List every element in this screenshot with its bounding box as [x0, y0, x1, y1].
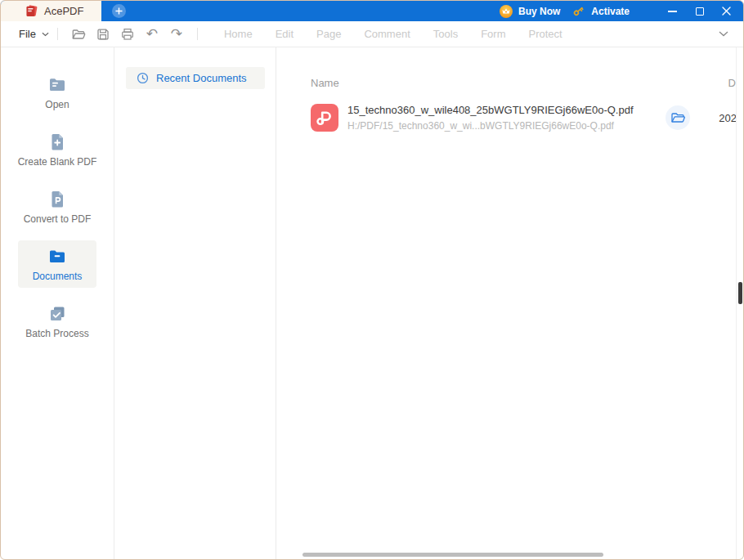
minimize-icon [668, 11, 677, 12]
sidebar-item-documents[interactable]: Documents [18, 240, 96, 288]
sidebar-item-label: Open [45, 99, 69, 110]
column-header-name[interactable]: Name [311, 77, 339, 89]
file-path: H:/PDF/15_techno360_w_wi...bWGTLY9RIEGj6… [347, 120, 634, 132]
sidebar-item-label: Create Blank PDF [18, 156, 97, 168]
redo-icon: ↷ [171, 27, 182, 41]
menu-items: Home Edit Page Comment Tools Form Protec… [213, 28, 574, 40]
toolbar-divider [197, 28, 198, 40]
maximize-button[interactable] [686, 1, 713, 21]
chevron-down-icon [42, 32, 49, 37]
sidebar-item-label: Documents [33, 271, 83, 282]
buy-now-button[interactable]: Buy Now [500, 5, 560, 18]
menu-item-tools[interactable]: Tools [433, 28, 458, 40]
file-date: 202 [719, 112, 737, 124]
undo-icon: ↶ [146, 27, 158, 41]
file-menu-label: File [19, 28, 36, 40]
new-tab-button[interactable] [112, 4, 126, 18]
open-file-location-button[interactable] [666, 105, 690, 130]
file-text: 15_techno360_w_wile408_25bWGTLY9RIEGj66w… [347, 104, 634, 132]
recent-documents-label: Recent Documents [156, 72, 247, 84]
chevron-down-icon [719, 31, 728, 37]
open-folder-icon [71, 27, 86, 42]
content-area: Open Create Blank PDF [1, 47, 743, 560]
print-button[interactable] [116, 25, 139, 44]
app-window: AcePDF Buy Now [0, 0, 744, 560]
plus-icon [115, 7, 123, 15]
sidebar-item-convert-to-pdf[interactable]: Convert to PDF [18, 183, 96, 231]
vertical-scrollbar-thumb[interactable] [738, 282, 742, 304]
vertical-scrollbar-track[interactable] [736, 47, 743, 560]
app-tab[interactable]: AcePDF [1, 1, 101, 21]
close-button[interactable] [713, 1, 740, 21]
menu-item-home[interactable]: Home [224, 28, 253, 40]
titlebar: AcePDF Buy Now [1, 1, 743, 21]
file-p-icon [47, 190, 67, 209]
toolbar-divider [57, 28, 58, 40]
menu-item-page[interactable]: Page [316, 28, 341, 40]
save-icon [96, 27, 110, 42]
folder-filled-icon [47, 247, 67, 267]
activate-label: Activate [591, 6, 630, 17]
menubar: File [1, 21, 743, 47]
checkbox-check-icon [47, 304, 67, 324]
open-file-button[interactable] [67, 25, 90, 44]
save-button[interactable] [92, 25, 114, 44]
menu-item-edit[interactable]: Edit [276, 28, 294, 40]
horizontal-scrollbar[interactable] [303, 553, 603, 557]
clock-icon [137, 72, 149, 84]
recent-documents-item[interactable]: Recent Documents [126, 67, 265, 89]
column-header-date[interactable]: D [728, 77, 736, 89]
folder-icon [47, 75, 67, 95]
sidebar-item-open[interactable]: Open [18, 69, 96, 116]
folder-open-icon [670, 110, 686, 126]
crown-icon [500, 5, 513, 18]
minimize-button[interactable] [659, 1, 686, 21]
tab-title: AcePDF [44, 5, 83, 17]
redo-button[interactable]: ↷ [165, 25, 188, 44]
sidebar: Open Create Blank PDF [1, 47, 114, 560]
undo-button[interactable]: ↶ [141, 25, 164, 44]
menu-item-protect[interactable]: Protect [528, 28, 562, 40]
file-row[interactable]: 15_techno360_w_wile408_25bWGTLY9RIEGj66w… [276, 101, 737, 141]
acepdf-logo-icon [25, 4, 38, 18]
documents-panel: Recent Documents [114, 47, 276, 560]
menu-item-form[interactable]: Form [481, 28, 505, 40]
maximize-icon [696, 7, 704, 16]
file-list-panel: Name D 15_techno360_w_wile408_25bWGTLY9R… [276, 47, 743, 560]
key-icon [571, 4, 585, 18]
close-icon [722, 7, 731, 16]
menu-item-comment[interactable]: Comment [364, 28, 410, 40]
activate-button[interactable]: Activate [571, 4, 630, 18]
sidebar-item-create-blank-pdf[interactable]: Create Blank PDF [18, 126, 96, 173]
pdf-file-icon [311, 104, 338, 132]
window-controls [659, 1, 740, 21]
file-name: 15_techno360_w_wile408_25bWGTLY9RIEGj66w… [347, 104, 634, 116]
buy-now-label: Buy Now [518, 6, 560, 17]
printer-icon [120, 27, 135, 42]
file-menu[interactable]: File [19, 28, 49, 40]
toolbar-collapse-button[interactable] [719, 31, 728, 37]
file-plus-icon [47, 132, 67, 152]
sidebar-item-label: Batch Process [25, 328, 88, 339]
sidebar-item-label: Convert to PDF [24, 213, 92, 225]
sidebar-item-batch-process[interactable]: Batch Process [18, 298, 96, 345]
